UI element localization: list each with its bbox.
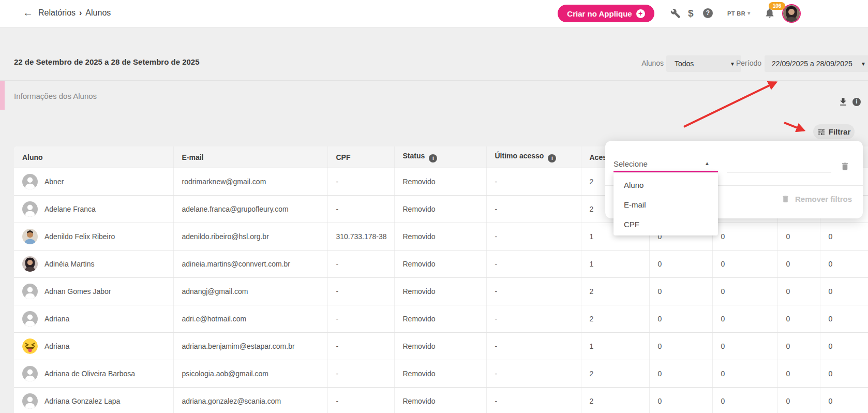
- menu-item-aluno[interactable]: Aluno: [613, 175, 718, 195]
- remover-filtros-button[interactable]: Remover filtros: [781, 195, 852, 203]
- student-metric: 0: [649, 360, 712, 388]
- breadcrumb-alunos: Alunos: [85, 8, 111, 17]
- student-metric: 0: [649, 388, 712, 413]
- breadcrumb-relatorios[interactable]: Relatórios: [38, 8, 76, 17]
- remove-filter-row-trash-icon[interactable]: [840, 161, 850, 171]
- student-status: Removido: [394, 168, 486, 196]
- student-name: Adnan Gomes Jabor: [44, 287, 111, 296]
- student-cpf: -: [327, 360, 394, 388]
- student-name: Adriana Gonzalez Lapa: [44, 397, 120, 405]
- period-filter-select[interactable]: 22/09/2025 a 28/09/2025 ▼: [765, 55, 868, 72]
- student-cpf: -: [327, 250, 394, 278]
- student-last-access: -: [486, 305, 581, 333]
- student-status: Removido: [394, 388, 486, 413]
- student-metric: 0: [777, 305, 820, 333]
- students-filter-select[interactable]: Todos ▼: [666, 55, 741, 72]
- student-photo-avatar: [22, 229, 38, 244]
- students-filter-label: Alunos: [641, 59, 664, 67]
- back-icon[interactable]: ←: [23, 7, 33, 19]
- student-cpf: -: [327, 168, 394, 196]
- student-metric: 0: [649, 305, 712, 333]
- wrench-icon[interactable]: [670, 8, 681, 19]
- student-avatar: [22, 311, 38, 327]
- locale-selector[interactable]: PT BR: [727, 10, 745, 17]
- student-metric: 0: [820, 305, 868, 333]
- ultimo-acesso-info-icon[interactable]: i: [548, 154, 556, 163]
- student-email: adriana.benjamim@estapar.com.br: [173, 333, 327, 360]
- student-metric: 0: [712, 388, 777, 413]
- student-status: Removido: [394, 250, 486, 278]
- status-info-icon[interactable]: i: [429, 154, 437, 163]
- col-header-aluno: Aluno: [14, 146, 173, 168]
- help-question-icon[interactable]: ?: [703, 8, 713, 18]
- student-cpf: 310.733.178-38: [327, 223, 394, 250]
- notification-count-badge: 106: [769, 2, 785, 10]
- student-metric: 2: [581, 305, 649, 333]
- student-email: rodrimarknew@gmail.com: [173, 168, 327, 196]
- period-filter-label: Período: [735, 59, 761, 67]
- locale-chevron-down-icon: ▾: [747, 10, 751, 17]
- filtrar-label: Filtrar: [829, 127, 851, 136]
- annotation-arrow-to-period: [684, 82, 776, 127]
- student-name: Abner: [44, 178, 64, 186]
- student-status: Removido: [394, 360, 486, 388]
- student-email: adriana.gonzalez@scania.com: [173, 388, 327, 413]
- filter-value-input[interactable]: [727, 172, 831, 172]
- student-name: Adelane Franca: [44, 205, 96, 213]
- student-status: Removido: [394, 333, 486, 360]
- trash-icon: [781, 195, 790, 203]
- student-name: Adriana: [44, 342, 69, 350]
- select-chevron-up-icon: ▲: [705, 160, 710, 166]
- annotation-arrow-to-filtrar: [784, 123, 804, 130]
- table-row: Adriana Gonzalez Lapa adriana.gonzalez@s…: [14, 388, 868, 413]
- student-name: Adriana de Oliveira Barbosa: [44, 370, 135, 378]
- student-avatar: [22, 201, 38, 217]
- student-metric: 0: [712, 223, 777, 250]
- col-header-cpf: CPF: [327, 146, 394, 168]
- student-last-access: -: [486, 196, 581, 223]
- student-metric: 0: [649, 250, 712, 278]
- student-last-access: -: [486, 250, 581, 278]
- col-header-email: E-mail: [173, 146, 327, 168]
- student-metric: 0: [820, 223, 868, 250]
- filtrar-button[interactable]: Filtrar: [813, 124, 855, 139]
- student-last-access: -: [486, 360, 581, 388]
- student-metric: 2: [581, 388, 649, 413]
- breadcrumb-separator-icon: ›: [79, 8, 82, 17]
- student-metric: 0: [649, 278, 712, 305]
- filter-field-dropdown-menu: Aluno E-mail CPF: [613, 173, 718, 235]
- student-name: Adinéia Martins: [44, 260, 95, 268]
- menu-item-cpf[interactable]: CPF: [613, 215, 718, 234]
- student-metric: 2: [581, 278, 649, 305]
- student-name: Adriana: [44, 315, 69, 323]
- criar-no-applique-button[interactable]: Criar no Applique +: [558, 5, 654, 22]
- student-email: psicologia.aob@gmail.com: [173, 360, 327, 388]
- download-icon[interactable]: [838, 97, 848, 107]
- student-avatar: [22, 284, 38, 299]
- student-metric: 0: [712, 333, 777, 360]
- filter-field-select[interactable]: Selecione: [613, 159, 648, 168]
- top-bar: ← Relatórios›Alunos Criar no Applique + …: [0, 0, 868, 27]
- student-metric: 1: [581, 250, 649, 278]
- student-last-access: -: [486, 278, 581, 305]
- student-name: Adenildo Felix Ribeiro: [44, 232, 115, 241]
- student-metric: 0: [649, 333, 712, 360]
- student-status: Removido: [394, 305, 486, 333]
- section-info-icon[interactable]: i: [852, 98, 861, 106]
- student-metric: 0: [777, 333, 820, 360]
- student-metric: 0: [777, 278, 820, 305]
- student-photo-avatar: [22, 256, 38, 272]
- period-chevron-down-icon: ▼: [861, 61, 866, 67]
- menu-item-email[interactable]: E-mail: [613, 195, 718, 215]
- breadcrumb: Relatórios›Alunos: [38, 8, 111, 18]
- student-last-access: -: [486, 223, 581, 250]
- select-underline: [613, 171, 718, 172]
- student-last-access: -: [486, 333, 581, 360]
- plus-circle-icon: +: [636, 9, 645, 18]
- student-avatar: [22, 174, 38, 189]
- remover-filtros-label: Remover filtros: [795, 195, 852, 203]
- student-email: adelane.franca@grupofleury.com: [173, 196, 327, 223]
- billing-dollar-icon[interactable]: $: [688, 8, 694, 19]
- student-cpf: -: [327, 196, 394, 223]
- student-metric: 0: [820, 360, 868, 388]
